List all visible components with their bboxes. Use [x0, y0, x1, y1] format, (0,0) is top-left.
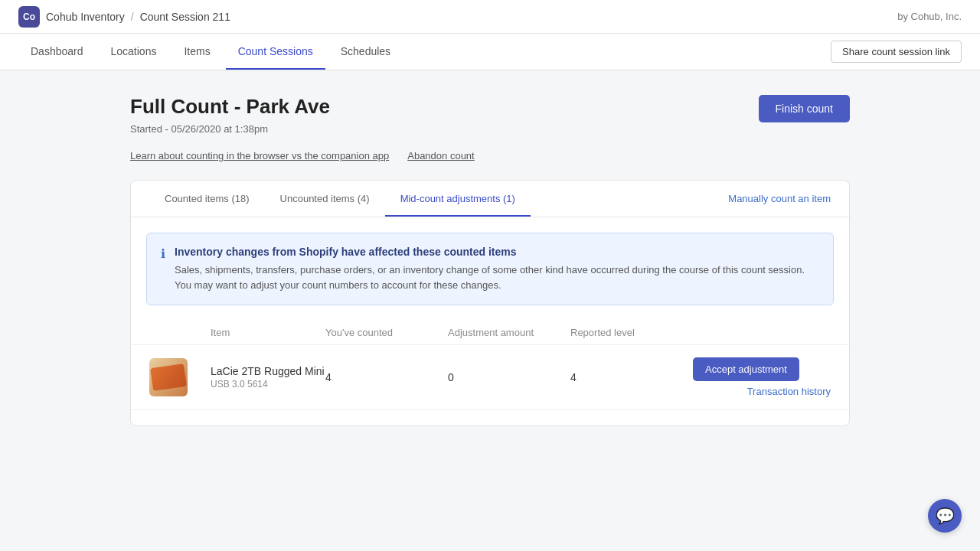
- chat-icon: 💬: [936, 507, 955, 525]
- col-image: [149, 327, 211, 338]
- counted-value: 4: [325, 371, 448, 383]
- page-started: Started - 05/26/2020 at 1:38pm: [130, 123, 330, 135]
- meta-links: Learn about counting in the browser vs t…: [130, 150, 850, 161]
- logo: Co: [18, 6, 40, 28]
- tab-mid-count-adjustments[interactable]: Mid-count adjustments (1): [385, 181, 531, 217]
- info-icon: ℹ: [161, 246, 165, 261]
- product-name: LaCie 2TB Rugged Mini: [211, 365, 325, 377]
- nav-items[interactable]: Items: [172, 34, 222, 70]
- nav-schedules[interactable]: Schedules: [328, 34, 403, 70]
- info-body: Sales, shipments, transfers, purchase or…: [175, 262, 819, 292]
- info-title: Inventory changes from Shopify have affe…: [175, 246, 819, 258]
- breadcrumb-separator: /: [131, 11, 134, 23]
- page-header: Full Count - Park Ave Started - 05/26/20…: [130, 95, 850, 135]
- count-card: Counted items (18) Uncounted items (4) M…: [130, 180, 850, 426]
- col-reported: Reported level: [570, 327, 693, 338]
- nav-locations[interactable]: Locations: [99, 34, 169, 70]
- product-img-inner: [150, 364, 187, 391]
- nav-dashboard[interactable]: Dashboard: [18, 34, 96, 70]
- nav-count-sessions[interactable]: Count Sessions: [226, 34, 325, 70]
- page-title: Full Count - Park Ave: [130, 95, 330, 119]
- reported-value: 4: [570, 371, 693, 383]
- learn-link[interactable]: Learn about counting in the browser vs t…: [130, 150, 389, 161]
- app-name: Cohub Inventory: [46, 11, 125, 23]
- adjustments-table: Item You've counted Adjustment amount Re…: [131, 305, 849, 425]
- tab-uncounted-items[interactable]: Uncounted items (4): [265, 181, 385, 217]
- row-actions: Accept adjustment Transaction history: [693, 357, 831, 397]
- card-tabs: Counted items (18) Uncounted items (4) M…: [149, 181, 531, 217]
- transaction-history-link[interactable]: Transaction history: [693, 386, 831, 397]
- col-actions: [693, 327, 831, 338]
- main-content: Full Count - Park Ave Started - 05/26/20…: [69, 70, 911, 451]
- tab-counted-items[interactable]: Counted items (18): [149, 181, 265, 217]
- topbar-right: by Cohub, Inc.: [897, 11, 962, 22]
- nav-right: Share count session link: [831, 41, 962, 63]
- col-item: Item: [211, 327, 325, 338]
- table-header: Item You've counted Adjustment amount Re…: [131, 321, 849, 345]
- chat-bubble[interactable]: 💬: [928, 499, 962, 533]
- accept-adjustment-button[interactable]: Accept adjustment: [693, 357, 799, 381]
- nav-items: Dashboard Locations Items Count Sessions…: [18, 34, 403, 70]
- col-adjustment: Adjustment amount: [448, 327, 570, 338]
- page-title-group: Full Count - Park Ave Started - 05/26/20…: [130, 95, 330, 135]
- share-count-session-button[interactable]: Share count session link: [831, 41, 962, 63]
- col-counted: You've counted: [325, 327, 448, 338]
- adjustment-value: 0: [448, 371, 570, 383]
- product-img-container: [149, 358, 188, 396]
- topbar-left: Co Cohub Inventory / Count Session 211: [18, 6, 230, 28]
- manually-count-link[interactable]: Manually count an item: [728, 193, 831, 204]
- main-nav: Dashboard Locations Items Count Sessions…: [0, 34, 980, 70]
- page-breadcrumb: Count Session 211: [140, 11, 230, 23]
- topbar: Co Cohub Inventory / Count Session 211 b…: [0, 0, 980, 34]
- product-image: [149, 358, 211, 396]
- product-info: LaCie 2TB Rugged Mini USB 3.0 5614: [211, 365, 325, 390]
- info-banner: ℹ Inventory changes from Shopify have af…: [146, 233, 834, 305]
- finish-count-button[interactable]: Finish count: [759, 95, 850, 122]
- info-text: Inventory changes from Shopify have affe…: [175, 246, 819, 292]
- table-row: LaCie 2TB Rugged Mini USB 3.0 5614 4 0 4…: [131, 345, 849, 410]
- abandon-count-link[interactable]: Abandon count: [407, 150, 474, 161]
- card-tabs-row: Counted items (18) Uncounted items (4) M…: [131, 181, 849, 217]
- product-sku: USB 3.0 5614: [211, 379, 325, 390]
